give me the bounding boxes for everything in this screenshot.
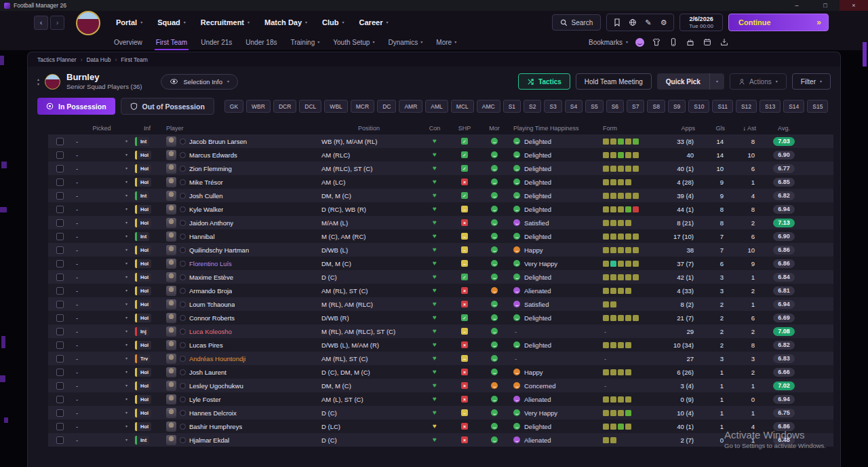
tab-in-possession[interactable]: In Possession: [37, 98, 115, 115]
position-chip-s5[interactable]: S5: [585, 100, 603, 113]
row-checkbox[interactable]: [56, 274, 64, 281]
player-name[interactable]: Luca Koleosho: [189, 328, 232, 335]
player-name[interactable]: Bashir Humphreys: [189, 423, 242, 430]
breadcrumb-item[interactable]: First Team: [121, 56, 148, 63]
download-tray-icon[interactable]: [719, 37, 729, 47]
col-avg[interactable]: Avg.: [763, 125, 805, 132]
player-row[interactable]: -▾ Int Hjalmar Ekdal D (C) ♥ × Alienated…: [48, 433, 833, 447]
player-cell[interactable]: Andréas Hountondji: [162, 352, 318, 365]
player-name[interactable]: Jaidon Anthony: [189, 219, 233, 227]
settings-gear-icon[interactable]: ⚙: [656, 16, 671, 29]
col-gls[interactable]: Gls: [702, 125, 732, 132]
player-cell[interactable]: Zion Flemming: [162, 162, 318, 175]
picked-dropdown[interactable]: -▾: [71, 216, 132, 229]
row-checkbox[interactable]: [56, 396, 64, 403]
picked-dropdown[interactable]: -▾: [71, 229, 132, 243]
subnav-item-youth-setup[interactable]: Youth Setup▾: [326, 34, 381, 50]
player-row[interactable]: -▾ Hol Marcus Edwards AM (RLC) ♥ ✓ Delig…: [48, 148, 833, 162]
player-cell[interactable]: Josh Cullen: [162, 189, 318, 202]
col-form[interactable]: Form: [599, 125, 664, 132]
position-chip-mcr[interactable]: MCR: [351, 100, 374, 113]
position-chip-s6[interactable]: S6: [606, 100, 624, 113]
player-row[interactable]: -▾ Hol Lyle Foster AM (L), ST (C) ♥ × Al…: [48, 392, 833, 406]
cake-icon[interactable]: [686, 37, 695, 47]
picked-dropdown[interactable]: -▾: [71, 284, 132, 297]
picked-dropdown[interactable]: -▾: [71, 419, 132, 433]
col-mor[interactable]: Mor: [479, 125, 509, 132]
player-row[interactable]: -▾ Hol Quilindschy Hartman D/WB (L) ♥ – …: [48, 243, 833, 257]
subnav-item-under-18s[interactable]: Under 18s: [239, 34, 283, 50]
search-button[interactable]: Search: [552, 14, 601, 31]
player-row[interactable]: -▾ Trv Andréas Hountondji AM (RL), ST (C…: [48, 352, 833, 365]
position-chip-s11[interactable]: S11: [712, 100, 733, 113]
position-chip-s4[interactable]: S4: [565, 100, 583, 113]
row-checkbox[interactable]: [56, 287, 64, 295]
position-chip-s7[interactable]: S7: [627, 100, 644, 113]
player-name[interactable]: Hannes Delcroix: [189, 409, 237, 417]
row-checkbox[interactable]: [56, 369, 64, 376]
player-cell[interactable]: Lyle Foster: [162, 392, 318, 406]
row-checkbox[interactable]: [56, 151, 64, 159]
minimize-button[interactable]: –: [783, 0, 811, 11]
chevron-down-icon[interactable]: ▾: [709, 73, 724, 90]
picked-dropdown[interactable]: -▾: [71, 433, 132, 447]
subnav-item-overview[interactable]: Overview: [107, 34, 149, 50]
picked-dropdown[interactable]: -▾: [71, 365, 132, 379]
player-cell[interactable]: Florentino Luís: [162, 257, 318, 270]
player-row[interactable]: -▾ Hol Lucas Pires D/WB (L), M/AM (R) ♥ …: [48, 338, 833, 352]
player-cell[interactable]: Hannibal: [162, 229, 318, 243]
col-picked[interactable]: Picked: [71, 125, 132, 132]
row-checkbox[interactable]: [56, 246, 64, 254]
player-cell[interactable]: Jaidon Anthony: [162, 216, 318, 229]
player-name[interactable]: Maxime Estève: [189, 274, 233, 281]
subnav-item-training[interactable]: Training▾: [283, 34, 326, 50]
col-con[interactable]: Con: [420, 125, 450, 132]
player-name[interactable]: Florentino Luís: [189, 260, 232, 267]
player-cell[interactable]: Quilindschy Hartman: [162, 243, 318, 257]
player-cell[interactable]: Bashir Humphreys: [162, 419, 318, 433]
col-ast[interactable]: ↓Ast: [732, 125, 763, 132]
subnav-item-more[interactable]: More▾: [429, 34, 463, 50]
subnav-item-under-21s[interactable]: Under 21s: [194, 34, 239, 50]
player-name[interactable]: Hannibal: [189, 233, 215, 240]
picked-dropdown[interactable]: -▾: [71, 352, 132, 365]
row-checkbox[interactable]: [56, 301, 64, 308]
breadcrumb-item[interactable]: Tactics Planner: [37, 56, 77, 63]
col-position[interactable]: Position: [318, 125, 420, 132]
player-name[interactable]: Kyle Walker: [189, 206, 223, 213]
picked-dropdown[interactable]: -▾: [71, 162, 132, 175]
player-name[interactable]: Marcus Edwards: [189, 151, 237, 159]
menu-career[interactable]: Career▾: [352, 11, 396, 34]
forward-button[interactable]: ›: [50, 16, 64, 30]
row-checkbox[interactable]: [56, 314, 64, 322]
row-checkbox[interactable]: [56, 409, 64, 417]
position-chip-s8[interactable]: S8: [647, 100, 665, 113]
player-name[interactable]: Josh Laurent: [189, 369, 226, 376]
player-cell[interactable]: Mike Trésor: [162, 175, 318, 189]
player-cell[interactable]: Hannes Delcroix: [162, 406, 318, 419]
player-cell[interactable]: Loum Tchaouna: [162, 297, 318, 311]
picked-dropdown[interactable]: -▾: [71, 175, 132, 189]
player-row[interactable]: -▾ Int Hannibal M (C), AM (RC) ♥ – Delig…: [48, 229, 833, 243]
picked-dropdown[interactable]: -▾: [71, 297, 132, 311]
col-happiness[interactable]: Playing Time Happiness: [509, 125, 599, 132]
col-apps[interactable]: Apps: [664, 125, 702, 132]
row-checkbox[interactable]: [56, 260, 64, 267]
phone-icon[interactable]: [669, 37, 678, 47]
position-chip-s3[interactable]: S3: [544, 100, 561, 113]
row-checkbox[interactable]: [56, 206, 64, 213]
position-chip-dcr[interactable]: DCR: [273, 100, 296, 113]
bookmark-icon[interactable]: [609, 16, 625, 29]
position-chip-s14[interactable]: S14: [783, 100, 804, 113]
picked-dropdown[interactable]: -▾: [71, 379, 132, 392]
player-row[interactable]: -▾ Hol Mike Trésor AM (LC) ♥ × Delighted…: [48, 175, 833, 189]
player-row[interactable]: -▾ Hol Jaidon Anthony M/AM (L) ♥ × Satis…: [48, 216, 833, 229]
position-chip-wbl[interactable]: WBL: [324, 100, 347, 113]
picked-dropdown[interactable]: -▾: [71, 134, 132, 148]
position-chip-s9[interactable]: S9: [668, 100, 686, 113]
position-chip-s12[interactable]: S12: [736, 100, 757, 113]
player-name[interactable]: Mike Trésor: [189, 179, 223, 186]
position-chip-aml[interactable]: AML: [425, 100, 448, 113]
player-row[interactable]: -▾ Hol Kyle Walker D (RC), WB (R) ♥ – De…: [48, 202, 833, 216]
scrollbar-thumb[interactable]: [840, 136, 841, 362]
